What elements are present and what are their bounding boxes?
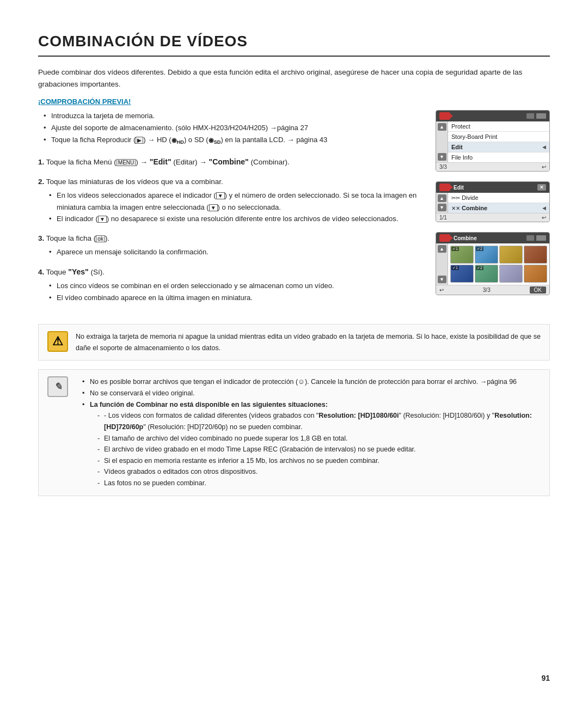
thumb5-check: ✓1 (451, 266, 459, 270)
thumb-8[interactable] (524, 265, 547, 283)
note-bullet-1: No es posible borrar archivos que tengan… (82, 376, 541, 388)
panel3-footer: ↩ 3/3 OK (436, 285, 549, 295)
thumb-3[interactable] (499, 246, 523, 264)
step4-bullet-1: Los cinco vídeos se combinan en el orden… (49, 280, 425, 291)
memory-icon (536, 113, 546, 119)
check-bullet-2: Ajuste del soporte de almacenamiento. (s… (44, 122, 425, 134)
panel-edit: Edit ✕ ▲ ▼ ✂✂ Divide ✕✕ Combine (436, 181, 550, 222)
combine-arrow: ◀ (542, 205, 546, 211)
fileinfo-label: File Info (451, 154, 546, 161)
combine-label-item: Combine (462, 205, 542, 211)
thumb-7[interactable] (499, 265, 523, 283)
protect-label: Protect (451, 123, 546, 130)
panel1-page: 3/3 ↩ (436, 162, 549, 171)
note-bold-intro: La función de Combinar no está disponibl… (90, 401, 328, 408)
edit-arrow: ◀ (542, 144, 546, 150)
panel-nav-left: ▲ ▼ (436, 121, 448, 162)
step-3: 3. Toque la ficha (ok). Aparece un mensa… (38, 233, 425, 258)
panel-combine: Combine ▲ ▼ ✓1 (436, 232, 550, 295)
thumbnail-grid: ✓1 ✓2 ✓1 ✓2 (448, 243, 549, 285)
thumb-4[interactable] (524, 246, 547, 264)
panel-menu-body: ▲ ▼ Protect Story-Board Print Edit ◀ (436, 121, 549, 162)
battery-icon-3 (526, 235, 534, 241)
menu-item-fileinfo[interactable]: File Info (448, 152, 549, 162)
note-content: No es posible borrar archivos que tengan… (76, 376, 541, 489)
cam-icon-3 (439, 234, 450, 242)
back-icon-3: ↩ (439, 287, 444, 293)
thumb2-check: ✓2 (476, 247, 483, 251)
intro-text: Puede combinar dos vídeos diferentes. De… (38, 66, 550, 90)
panel2-page: 1/1 ↩ (436, 213, 549, 222)
cam-icon (439, 112, 450, 120)
dash-items: - Los vídeos con formatos de calidad dif… (90, 410, 541, 489)
cam-icon-2 (439, 184, 450, 191)
nav3-down-btn[interactable]: ▼ (438, 276, 446, 283)
thumb-1[interactable]: ✓1 (450, 246, 474, 264)
thumb-5[interactable]: ✓1 (450, 265, 474, 283)
warning-text: No extraiga la tarjeta de memoria ni apa… (76, 331, 541, 353)
panel-combine-body: ▲ ▼ ✓1 ✓2 ✓1 (436, 243, 549, 285)
panel3-nav-left: ▲ ▼ (436, 243, 448, 285)
dash-2: El tamaño de archivo del vídeo combinado… (97, 433, 541, 444)
nav-up-btn[interactable]: ▲ (438, 123, 446, 131)
step2-bullet-1: En los vídeos seleccionados aparece el i… (49, 190, 425, 213)
dash-1: - Los vídeos con formatos de calidad dif… (97, 410, 541, 432)
check-bullets: Introduzca la tarjeta de memoria. Ajuste… (38, 110, 425, 147)
panel-menu-items: Protect Story-Board Print Edit ◀ File In… (448, 121, 549, 162)
edit-item-combine[interactable]: ✕✕ Combine ◀ (448, 203, 549, 213)
step2-bullet-2: El indicador (▼) no desaparece si existe… (49, 213, 425, 224)
nav2-down-btn[interactable]: ▼ (438, 204, 446, 211)
panel-menu-header (436, 111, 549, 121)
ui-panels-column: ▲ ▼ Protect Story-Board Print Edit ◀ (436, 110, 550, 311)
menu-item-protect[interactable]: Protect (448, 121, 549, 132)
note-icon: ✎ (47, 376, 68, 397)
panel-edit-header: Edit ✕ (436, 182, 549, 193)
warning-icon: ⚠ (47, 331, 68, 352)
thumb-6[interactable]: ✓2 (475, 265, 498, 283)
note-bullet-combine: La función de Combinar no está disponibl… (82, 399, 541, 489)
battery-icon (526, 113, 534, 119)
nav3-up-btn[interactable]: ▲ (438, 245, 446, 253)
back-icon: ↩ (542, 164, 546, 170)
menu-item-storyboard[interactable]: Story-Board Print (448, 132, 549, 142)
ok-button[interactable]: OK (530, 286, 546, 294)
panel-thumbnails: ✓1 ✓2 ✓1 ✓2 (448, 243, 549, 285)
panel-header-icons (526, 113, 546, 119)
panel3-header-icons (526, 235, 546, 241)
dash-6: Las fotos no se pueden combinar. (97, 478, 541, 489)
edit-header-label: Edit (454, 185, 464, 191)
page-number: 91 (541, 674, 550, 682)
thumb6-check: ✓2 (476, 266, 483, 270)
nav-down-btn[interactable]: ▼ (438, 153, 446, 161)
text-column: Introduzca la tarjeta de memoria. Ajuste… (38, 110, 425, 311)
close-btn[interactable]: ✕ (537, 184, 546, 191)
check-heading: ¡COMPROBACIÓN PREVIA! (38, 97, 550, 106)
back-icon-2: ↩ (542, 215, 546, 221)
edit-item-divide[interactable]: ✂✂ Divide (448, 193, 549, 203)
panel-edit-items: ✂✂ Divide ✕✕ Combine ◀ (448, 193, 549, 213)
step-1: 1. Toque la ficha Menú (MENU) → "Edit" (… (38, 156, 425, 168)
step4-bullet-2: El vídeo combinado aparece en la última … (49, 292, 425, 303)
thumb-2[interactable]: ✓2 (475, 246, 498, 264)
nav2-up-btn[interactable]: ▲ (438, 194, 446, 202)
note-bullet-2: No se conservará el vídeo original. (82, 388, 541, 399)
panel2-nav-left: ▲ ▼ (436, 193, 448, 213)
panel-menu: ▲ ▼ Protect Story-Board Print Edit ◀ (436, 110, 550, 172)
memory-icon-3 (536, 235, 546, 241)
edit-label: Edit (451, 144, 542, 150)
thumb1-check: ✓1 (451, 247, 459, 251)
step-2: 2. Toque las miniaturas de los vídeos qu… (38, 176, 425, 225)
menu-item-edit[interactable]: Edit ◀ (448, 142, 549, 152)
combine-header-label: Combine (454, 235, 477, 241)
warning-box: ⚠ No extraiga la tarjeta de memoria ni a… (38, 324, 550, 361)
storyboard-label: Story-Board Print (451, 133, 546, 140)
divide-icon: ✂✂ (451, 195, 460, 201)
step3-bullet-1: Aparece un mensaje solicitando la confir… (49, 246, 425, 258)
panel-combine-header: Combine (436, 233, 549, 243)
dash-4: Si el espacio en memoria restante es inf… (97, 455, 541, 467)
step-4: 4. Toque "Yes" (Sí). Los cinco vídeos se… (38, 266, 425, 303)
combine-icon-panel: ✕✕ (451, 205, 460, 211)
note-box: ✎ No es posible borrar archivos que teng… (38, 369, 550, 496)
divide-label: Divide (462, 194, 546, 201)
check-bullet-3: Toque la ficha Reproducir (▶) → HD (◉HD)… (44, 134, 425, 147)
